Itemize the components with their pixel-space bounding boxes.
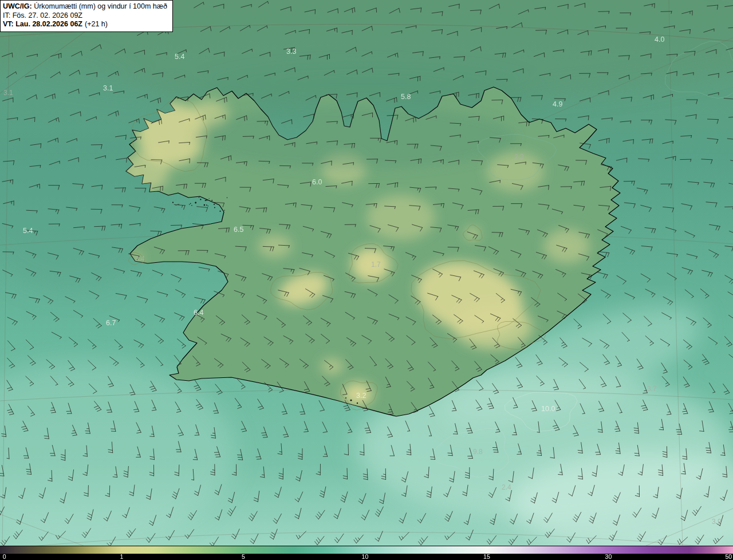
contour-label: 3.3 xyxy=(286,48,296,56)
contour-label: 3.1 xyxy=(103,84,113,92)
contour-label: 4.0 xyxy=(655,36,664,44)
product-code: UWC/IG: xyxy=(3,2,32,10)
colorbar-tick: 15 xyxy=(483,554,490,560)
colorbar-tick: 1 xyxy=(120,554,124,560)
contour-label: 5.4 xyxy=(23,227,33,235)
contour-label: 3.9 xyxy=(712,518,722,526)
colorbar-tick: 10 xyxy=(362,554,369,560)
valid-time-line: VT: Lau. 28.02.2026 06Z(+21 h) xyxy=(3,20,167,29)
init-time-line: IT: Fös. 27. 02. 2026 09Z xyxy=(3,11,167,21)
contour-label: 3.2 xyxy=(356,392,366,400)
contour-label: 2.2 xyxy=(514,153,524,161)
contour-label: 1.7 xyxy=(371,261,381,269)
contour-label: 6.0 xyxy=(312,178,322,186)
precip-colorbar: 01510153050 xyxy=(0,546,733,560)
colorbar-tick: 0 xyxy=(3,554,6,560)
contour-label: 3.4 xyxy=(135,255,145,263)
colorbar-gradient xyxy=(0,546,733,554)
contour-label: 9.8 xyxy=(473,448,483,456)
contour-label: 6.5 xyxy=(234,226,243,234)
product-title: Úrkomumætti (mm) og vindur í 100m hæð xyxy=(34,2,167,10)
colorbar-tick: 50 xyxy=(725,554,732,560)
contour-label: 4.9 xyxy=(553,100,562,108)
map-svg: 5.43.34.03.13.15.84.92.26.05.46.53.41.76… xyxy=(0,0,733,546)
valid-offset: (+21 h) xyxy=(85,20,108,28)
map-title-box: UWC/IG: Úrkomumætti (mm) og vindur í 100… xyxy=(0,0,173,32)
colorbar-tick: 5 xyxy=(242,554,245,560)
contour-label: 6.7 xyxy=(106,319,116,327)
contour-label: 6.4 xyxy=(194,309,203,317)
contour-label: 3.7 xyxy=(647,385,657,393)
colorbar-ticks: 01510153050 xyxy=(0,554,733,560)
weather-map-page: 5.43.34.03.13.15.84.92.26.05.46.53.41.76… xyxy=(0,0,733,560)
contour-label: 3.1 xyxy=(3,89,13,97)
colorbar-tick: 30 xyxy=(605,554,612,560)
product-line: UWC/IG: Úrkomumætti (mm) og vindur í 100… xyxy=(3,2,167,11)
contour-label: 10.0 xyxy=(541,405,555,413)
valid-time: VT: Lau. 28.02.2026 06Z xyxy=(3,20,82,28)
contour-label: 5.8 xyxy=(401,93,411,101)
contour-label: 5.4 xyxy=(175,53,184,61)
contour-label: 2.4 xyxy=(502,483,511,491)
